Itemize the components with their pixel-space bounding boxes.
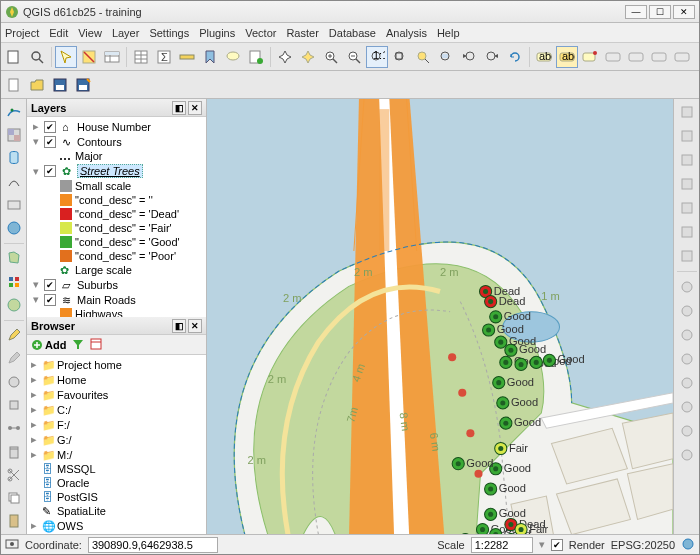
- layer-item[interactable]: "cond_desc" = 'Fair': [29, 221, 204, 235]
- layer-label[interactable]: Main Roads: [77, 294, 136, 306]
- layers-panel[interactable]: ▸✔⌂House Number▾✔∿ContoursMajor▾✔✿Street…: [27, 117, 206, 317]
- expand-toggle[interactable]: ▾: [31, 135, 41, 148]
- layer-item[interactable]: "cond_desc" = '': [29, 193, 204, 207]
- r2-icon[interactable]: [676, 125, 698, 147]
- add-raster-icon[interactable]: [3, 124, 25, 145]
- layer-item[interactable]: "cond_desc" = 'Good': [29, 235, 204, 249]
- zoom-out-icon[interactable]: [343, 46, 365, 68]
- browser-label[interactable]: PostGIS: [57, 491, 98, 503]
- r12-icon[interactable]: [676, 372, 698, 394]
- remove-layer-icon[interactable]: [3, 271, 25, 292]
- layer-label[interactable]: Large scale: [75, 264, 132, 276]
- r4-icon[interactable]: [676, 173, 698, 195]
- browser-item[interactable]: 🗄PostGIS: [29, 490, 204, 504]
- zoom-native-icon[interactable]: 1:1: [366, 46, 388, 68]
- browser-item[interactable]: 🗄Oracle: [29, 476, 204, 490]
- browser-label[interactable]: Project home: [57, 359, 122, 371]
- expand-toggle[interactable]: ▸: [29, 418, 39, 431]
- layer-label[interactable]: "cond_desc" = 'Poor': [75, 250, 176, 262]
- browser-item[interactable]: ▸📁C:/: [29, 402, 204, 417]
- new-shapefile-icon[interactable]: [3, 248, 25, 269]
- deselect-icon[interactable]: [78, 46, 100, 68]
- layer-item[interactable]: ✿Large scale: [29, 263, 204, 277]
- save-as-icon[interactable]: [72, 74, 94, 96]
- cut-feature-icon[interactable]: [3, 464, 25, 485]
- zoom-selection-icon[interactable]: [412, 46, 434, 68]
- add-ogr-icon[interactable]: [3, 294, 25, 315]
- browser-filter-icon[interactable]: [72, 338, 84, 352]
- layer-item[interactable]: ▾✔≋Main Roads: [29, 292, 204, 307]
- browser-item[interactable]: ✎SpatiaLite: [29, 504, 204, 518]
- browser-label[interactable]: C:/: [57, 404, 71, 416]
- menu-layer[interactable]: Layer: [112, 27, 140, 39]
- layer-label[interactable]: Suburbs: [77, 279, 118, 291]
- menu-raster[interactable]: Raster: [286, 27, 318, 39]
- expand-toggle[interactable]: ▸: [29, 358, 39, 371]
- pan-selection-icon[interactable]: [297, 46, 319, 68]
- label-rotate-icon[interactable]: [648, 46, 670, 68]
- browser-item[interactable]: ▸📁G:/: [29, 432, 204, 447]
- measure-icon[interactable]: [176, 46, 198, 68]
- browser-panel[interactable]: ▸📁Project home▸📁Home▸📁Favourites▸📁C:/▸📁F…: [27, 355, 206, 534]
- select-icon[interactable]: [55, 46, 77, 68]
- layer-item[interactable]: ▾✔✿Street Trees: [29, 163, 204, 179]
- label-change-icon[interactable]: [671, 46, 693, 68]
- browser-label[interactable]: Favourites: [57, 389, 108, 401]
- r13-icon[interactable]: [676, 396, 698, 418]
- layer-label[interactable]: Highways: [75, 308, 123, 317]
- browser-label[interactable]: Home: [57, 374, 86, 386]
- expand-toggle[interactable]: ▸: [29, 403, 39, 416]
- zoom-last-icon[interactable]: [458, 46, 480, 68]
- scale-input[interactable]: [471, 537, 533, 553]
- add-mssql-icon[interactable]: [3, 194, 25, 215]
- map-canvas[interactable]: DeadDeadGoodGoodGoodGoodGoodGoodGoodGood…: [207, 99, 673, 534]
- browser-item[interactable]: ▸🌐WCS: [29, 533, 204, 534]
- menu-view[interactable]: View: [78, 27, 102, 39]
- menu-settings[interactable]: Settings: [149, 27, 189, 39]
- layer-label[interactable]: Contours: [77, 136, 122, 148]
- maximize-button[interactable]: ☐: [649, 5, 671, 19]
- label-pin-icon[interactable]: [579, 46, 601, 68]
- layer-label[interactable]: "cond_desc" = 'Fair': [75, 222, 172, 234]
- layer-visibility-checkbox[interactable]: ✔: [44, 294, 56, 306]
- table-icon[interactable]: [130, 46, 152, 68]
- copy-feature-icon[interactable]: [3, 487, 25, 508]
- save-edits-icon[interactable]: [3, 348, 25, 369]
- add-vector-icon[interactable]: [3, 101, 25, 122]
- menu-database[interactable]: Database: [329, 27, 376, 39]
- bookmark-icon[interactable]: [199, 46, 221, 68]
- refresh-icon[interactable]: [504, 46, 526, 68]
- label-abc-icon[interactable]: abc: [533, 46, 555, 68]
- r11-icon[interactable]: [676, 348, 698, 370]
- r15-icon[interactable]: [676, 444, 698, 466]
- browser-label[interactable]: G:/: [57, 434, 72, 446]
- menu-help[interactable]: Help: [437, 27, 460, 39]
- new-layer-icon[interactable]: [245, 46, 267, 68]
- move-feature-icon[interactable]: [3, 394, 25, 415]
- layer-item[interactable]: ▾✔▱Suburbs: [29, 277, 204, 292]
- toggle-extents-icon[interactable]: [5, 537, 19, 553]
- zoom-next-icon[interactable]: [481, 46, 503, 68]
- browser-label[interactable]: MSSQL: [57, 463, 96, 475]
- layer-item[interactable]: ▾✔∿Contours: [29, 134, 204, 149]
- tip-icon[interactable]: [222, 46, 244, 68]
- browser-label[interactable]: Oracle: [57, 477, 89, 489]
- layer-label[interactable]: "cond_desc" = '': [75, 194, 153, 206]
- delete-feature-icon[interactable]: [3, 441, 25, 462]
- add-feature-icon[interactable]: [3, 371, 25, 392]
- browser-close-button[interactable]: ✕: [188, 319, 202, 333]
- zoom-in-icon[interactable]: [320, 46, 342, 68]
- layer-visibility-checkbox[interactable]: ✔: [44, 279, 56, 291]
- browser-label[interactable]: OWS: [57, 520, 83, 532]
- open-zoom-icon[interactable]: [26, 46, 48, 68]
- menu-analysis[interactable]: Analysis: [386, 27, 427, 39]
- r5-icon[interactable]: [676, 197, 698, 219]
- r8-icon[interactable]: [676, 276, 698, 298]
- layer-item[interactable]: "cond_desc" = 'Poor': [29, 249, 204, 263]
- zoom-layer-icon[interactable]: [435, 46, 457, 68]
- layers-close-button[interactable]: ✕: [188, 101, 202, 115]
- layer-label[interactable]: "cond_desc" = 'Good': [75, 236, 180, 248]
- new-project-icon[interactable]: [3, 46, 25, 68]
- layer-item[interactable]: Major: [29, 149, 204, 163]
- layers-undock-button[interactable]: ◧: [172, 101, 186, 115]
